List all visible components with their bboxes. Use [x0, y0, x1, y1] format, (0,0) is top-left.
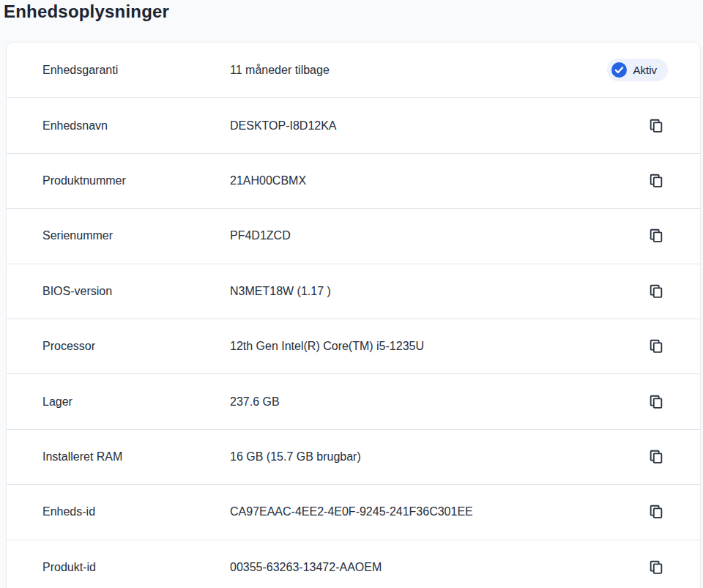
row-action	[644, 114, 668, 138]
row-action	[644, 445, 668, 469]
row-action	[644, 390, 668, 414]
row-action	[644, 500, 668, 524]
row-label: Produkt-id	[42, 561, 230, 574]
row-action	[644, 224, 668, 248]
copy-icon	[648, 449, 664, 465]
row-label: Installeret RAM	[42, 450, 230, 464]
row-value: N3MET18W (1.17 )	[230, 285, 644, 298]
copy-icon	[648, 338, 664, 354]
table-row: Lager 237.6 GB	[7, 373, 700, 428]
table-row: Serienummer PF4D1ZCD	[7, 208, 700, 263]
row-action	[644, 335, 668, 358]
row-action	[644, 556, 668, 579]
table-row: Enhedsnavn DESKTOP-I8D12KA	[7, 97, 700, 152]
row-label: Lager	[42, 395, 230, 409]
check-icon	[611, 62, 627, 78]
row-action: Aktiv	[607, 59, 668, 81]
row-value: 00355-63263-13472-AAOEM	[230, 561, 644, 574]
device-info-card: Enhedsgaranti 11 måneder tilbage Aktiv E…	[6, 42, 701, 588]
table-row: Produkt-id 00355-63263-13472-AAOEM	[7, 540, 700, 588]
copy-button[interactable]	[644, 335, 668, 358]
table-row: Enhedsgaranti 11 måneder tilbage Aktiv	[7, 42, 700, 97]
row-label: Enhedsnavn	[42, 119, 230, 133]
copy-icon	[648, 283, 664, 299]
page-title: Enhedsoplysninger	[4, 0, 169, 22]
row-label: Serienummer	[42, 229, 230, 242]
copy-icon	[648, 173, 664, 189]
copy-icon	[648, 228, 664, 244]
copy-button[interactable]	[644, 224, 668, 248]
copy-button[interactable]	[644, 556, 668, 579]
copy-button[interactable]	[644, 280, 668, 303]
table-row: BIOS-version N3MET18W (1.17 )	[7, 264, 700, 319]
status-badge: Aktiv	[607, 59, 668, 81]
row-value: 237.6 GB	[230, 395, 644, 409]
copy-icon	[648, 118, 664, 134]
row-label: Enheds-id	[42, 505, 230, 518]
table-row: Installeret RAM 16 GB (15.7 GB brugbar)	[7, 429, 700, 484]
table-row: Produktnummer 21AH00CBMX	[7, 153, 700, 208]
row-value: DESKTOP-I8D12KA	[230, 119, 644, 133]
copy-button[interactable]	[644, 169, 668, 193]
copy-button[interactable]	[644, 500, 668, 524]
row-value: 12th Gen Intel(R) Core(TM) i5-1235U	[230, 340, 644, 353]
row-value: PF4D1ZCD	[230, 229, 644, 242]
row-label: Produktnummer	[42, 174, 230, 187]
row-label: Enhedsgaranti	[42, 64, 230, 77]
copy-icon	[648, 394, 664, 410]
status-badge-label: Aktiv	[633, 64, 657, 76]
copy-icon	[648, 504, 664, 520]
row-value: CA97EAAC-4EE2-4E0F-9245-241F36C301EE	[230, 505, 644, 518]
row-label: BIOS-version	[42, 285, 230, 298]
table-row: Enheds-id CA97EAAC-4EE2-4E0F-9245-241F36…	[7, 484, 700, 539]
row-action	[644, 280, 668, 303]
copy-button[interactable]	[644, 114, 668, 138]
copy-button[interactable]	[644, 445, 668, 469]
table-row: Processor 12th Gen Intel(R) Core(TM) i5-…	[7, 319, 700, 373]
copy-icon	[648, 559, 664, 576]
row-action	[644, 169, 668, 193]
copy-button[interactable]	[644, 390, 668, 414]
row-value: 21AH00CBMX	[230, 174, 644, 187]
row-value: 16 GB (15.7 GB brugbar)	[230, 450, 644, 464]
row-label: Processor	[42, 340, 230, 353]
row-value: 11 måneder tilbage	[230, 64, 607, 77]
